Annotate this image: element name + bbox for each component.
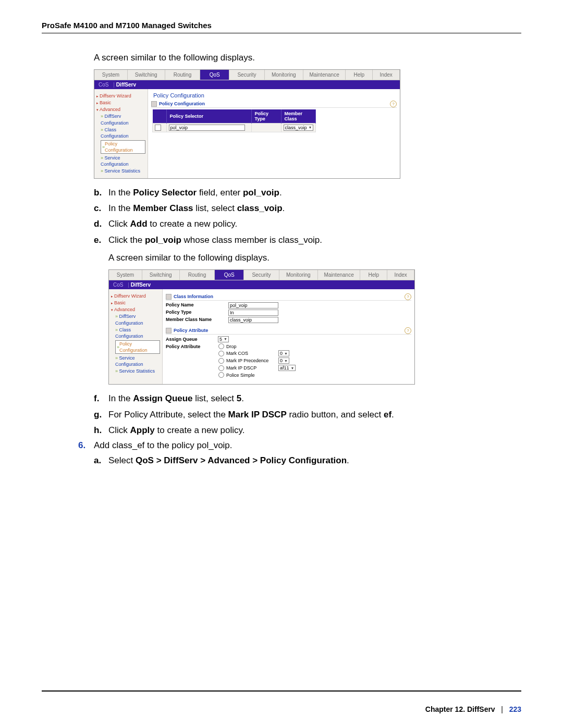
top-tabs: System Switching Routing QoS Security Mo… (94, 70, 400, 80)
help-icon[interactable]: ? (390, 101, 397, 107)
tab-maintenance[interactable]: Maintenance (303, 70, 346, 80)
sidebar-item-service-cfg[interactable]: Service Configuration (115, 355, 160, 367)
tab-qos[interactable]: QoS (200, 70, 229, 80)
kv-policy-type: Policy Type In (166, 310, 411, 316)
kv-policy-name: Policy Name pol_voip (166, 302, 411, 309)
step-6a: a. Select QoS > DiffServ > Advanced > Po… (94, 454, 521, 467)
sidebar-item-service-cfg[interactable]: Service Configuration (101, 155, 145, 167)
sidebar-item-basic[interactable]: Basic (96, 100, 145, 106)
policy-table: Policy Selector Policy Type Member Class… (152, 109, 316, 132)
sidebar-item-wizard[interactable]: Diffserv Wizard (111, 293, 160, 299)
tab-maintenance[interactable]: Maintenance (318, 270, 361, 280)
screenshot-class-information: System Switching Routing QoS Security Mo… (108, 269, 415, 385)
tab-monitoring[interactable]: Monitoring (265, 70, 303, 80)
sidebar-item-service-stats[interactable]: Service Statistics (101, 168, 145, 174)
mark-ip-dscp-select[interactable]: af11▼ (278, 365, 296, 371)
policy-type-input: In (228, 310, 278, 316)
step-marker: b. (94, 186, 108, 200)
sidebar-item-class-cfg[interactable]: Class Configuration (115, 327, 160, 339)
tab-qos[interactable]: QoS (215, 270, 244, 280)
step-marker: f. (94, 392, 108, 405)
help-icon[interactable]: ? (405, 327, 411, 334)
row-mark-ip-prec: Mark IP Precedence 0▼ (166, 357, 411, 364)
main-panel-2: Class Information ? Policy Name pol_voip… (163, 289, 414, 384)
chevron-down-icon: ▼ (309, 126, 312, 129)
section-title: Policy Attribute (174, 328, 208, 333)
step-marker: 6. (78, 440, 94, 451)
step-list-2: f. In the Assign Queue list, select 5. g… (94, 392, 521, 437)
subtab-cos[interactable]: CoS (99, 82, 108, 88)
step-f: f. In the Assign Queue list, select 5. (94, 392, 521, 405)
top-tabs-2: System Switching Routing QoS Security Mo… (109, 270, 414, 280)
step-marker: e. (94, 233, 108, 247)
sub-tabs-2: CoS | DiffServ (109, 280, 414, 289)
collapse-icon[interactable] (151, 101, 157, 107)
step-list-6a: a. Select QoS > DiffServ > Advanced > Po… (94, 454, 521, 467)
sidebar-item-advanced[interactable]: Advanced (111, 306, 160, 313)
section-title: Class Information (174, 294, 213, 299)
page-title: Policy Configuration (153, 92, 397, 98)
th-policy-type: Policy Type (251, 109, 281, 124)
tab-system[interactable]: System (109, 270, 142, 280)
footer-rule (42, 690, 521, 692)
tab-switching[interactable]: Switching (128, 70, 165, 80)
row-mark-ip-dscp: Mark IP DSCP af11▼ (166, 365, 411, 371)
tab-monitoring[interactable]: Monitoring (279, 270, 318, 280)
step-c: c. In the Member Class list, select clas… (94, 202, 521, 215)
subtab-diffserv[interactable]: DiffServ (116, 82, 136, 88)
tab-help[interactable]: Help (346, 70, 373, 80)
tab-security[interactable]: Security (244, 270, 279, 280)
step-marker: d. (94, 217, 108, 231)
chevron-down-icon: ▼ (284, 359, 288, 363)
radio-police-simple[interactable] (218, 372, 224, 378)
sidebar-item-advanced[interactable]: Advanced (96, 106, 145, 113)
tab-routing[interactable]: Routing (165, 70, 201, 80)
sidebar-item-policy-cfg[interactable]: Policy Configuration (115, 340, 160, 354)
sub-tabs: CoS | DiffServ (94, 80, 400, 89)
step-e: e. Click the pol_voip whose class member… (94, 233, 521, 247)
chevron-down-icon: ▼ (224, 337, 227, 341)
step-d: d. Click Add to create a new policy. (94, 217, 521, 231)
intro-text-1: A screen similar to the following displa… (94, 52, 521, 64)
sidebar-item-diffserv-cfg[interactable]: DiffServ Configuration (115, 313, 160, 326)
subtab-cos[interactable]: CoS (113, 282, 123, 288)
member-class-input: class_voip (228, 317, 278, 323)
kv-member-class: Member Class Name class_voip (166, 317, 411, 323)
subtab-diffserv[interactable]: DiffServ (131, 282, 151, 288)
radio-drop[interactable] (218, 343, 224, 349)
sidebar-item-basic[interactable]: Basic (111, 300, 160, 306)
chevron-down-icon: ▼ (291, 366, 295, 370)
sidebar-item-diffserv-cfg[interactable]: DiffServ Configuration (101, 113, 145, 126)
tab-system[interactable]: System (94, 70, 128, 80)
sidebar-item-class-cfg[interactable]: Class Configuration (101, 127, 145, 139)
help-icon[interactable]: ? (405, 293, 411, 300)
sidebar-item-service-stats[interactable]: Service Statistics (115, 368, 160, 374)
sidebar-item-policy-cfg[interactable]: Policy Configuration (101, 140, 145, 154)
collapse-icon[interactable] (166, 328, 172, 334)
sidebar-item-wizard[interactable]: Diffserv Wizard (96, 93, 145, 99)
tab-help[interactable]: Help (360, 270, 387, 280)
radio-mark-cos[interactable] (218, 351, 224, 356)
mark-ip-prec-select[interactable]: 0▼ (278, 357, 289, 364)
screenshot-policy-configuration: System Switching Routing QoS Security Mo… (94, 69, 400, 179)
member-class-select[interactable]: class_voip▼ (284, 125, 314, 131)
step-marker: g. (94, 408, 108, 422)
collapse-icon[interactable] (166, 294, 172, 300)
subtab-sep: | (113, 82, 115, 88)
tab-index[interactable]: Index (373, 70, 400, 80)
tab-routing[interactable]: Routing (180, 270, 215, 280)
tab-security[interactable]: Security (229, 70, 265, 80)
tab-switching[interactable]: Switching (142, 270, 180, 280)
radio-mark-ip-dscp[interactable] (218, 365, 224, 371)
step-6: 6. Add class_ef to the policy pol_voip. (78, 440, 521, 451)
header-rule (42, 33, 521, 33)
mark-cos-select[interactable]: 0▼ (278, 350, 289, 356)
assign-queue-select[interactable]: 5▼ (218, 336, 229, 342)
step-b: b. In the Policy Selector field, enter p… (94, 186, 521, 200)
policy-selector-input[interactable]: pol_voip (169, 125, 245, 131)
row-checkbox[interactable] (155, 125, 161, 131)
step-marker: h. (94, 424, 108, 437)
radio-mark-ip-prec[interactable] (218, 358, 224, 364)
tab-index[interactable]: Index (387, 270, 414, 280)
policy-name-input[interactable]: pol_voip (228, 302, 278, 309)
